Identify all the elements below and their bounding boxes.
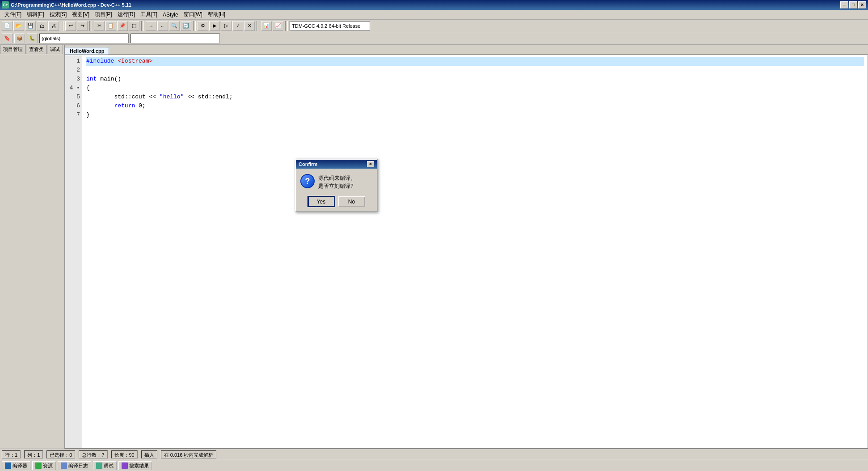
dialog-no-button[interactable]: No (338, 196, 365, 207)
dialog-buttons: Yes No (296, 194, 377, 211)
dialog-message: 源代码未编译。 是否立刻编译? (318, 174, 356, 190)
dialog-body: ? 源代码未编译。 是否立刻编译? (296, 169, 377, 194)
confirm-dialog: Confirm ✕ ? 源代码未编译。 是否立刻编译? Yes No (295, 159, 378, 212)
dialog-message-line2: 是否立刻编译? (318, 182, 356, 190)
dialog-title-text: Confirm (299, 161, 317, 167)
dialog-message-line1: 源代码未编译。 (318, 174, 356, 182)
dialog-title-bar: Confirm ✕ (296, 160, 377, 169)
dialog-question-icon: ? (300, 174, 315, 188)
dialog-close-button[interactable]: ✕ (367, 161, 374, 167)
dialog-overlay: Confirm ✕ ? 源代码未编译。 是否立刻编译? Yes No (0, 0, 868, 471)
dialog-yes-button[interactable]: Yes (308, 196, 335, 207)
